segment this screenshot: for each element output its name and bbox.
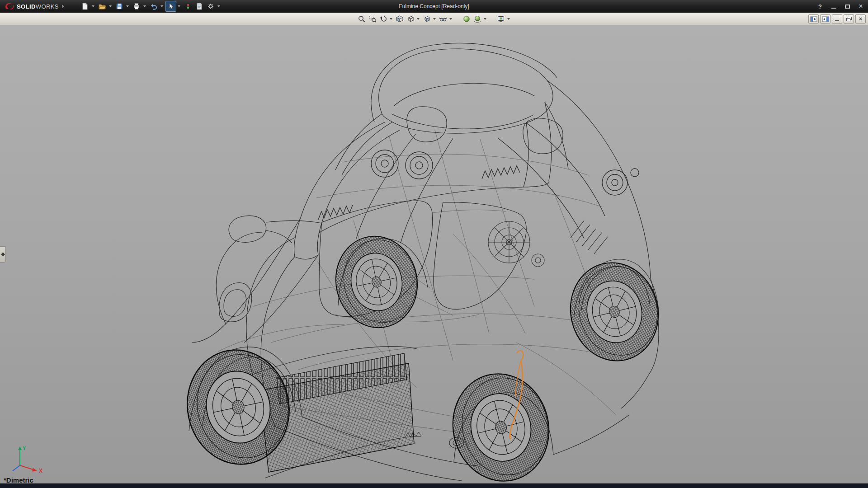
- hide-show-items-button[interactable]: [438, 14, 448, 24]
- apply-scene-icon: [473, 15, 481, 23]
- save-icon: [115, 2, 123, 10]
- options-gear-icon: [207, 2, 215, 10]
- display-style-icon: [423, 15, 431, 23]
- pane-next-icon: [822, 16, 829, 22]
- dropdown-chevron-icon[interactable]: [390, 18, 392, 20]
- dropdown-chevron-icon[interactable]: [433, 18, 436, 20]
- zoom-to-fit-button[interactable]: [357, 14, 367, 24]
- previous-view-button[interactable]: [378, 14, 388, 24]
- wireframe-car-model: [0, 25, 868, 483]
- document-restore-icon: [846, 16, 852, 22]
- menu-expand-icon[interactable]: [62, 5, 64, 8]
- pane-previous-button[interactable]: [808, 14, 819, 23]
- previous-view-icon: [379, 15, 387, 23]
- edit-appearance-button[interactable]: [462, 14, 472, 24]
- document-minimize-button[interactable]: [832, 14, 842, 23]
- quick-access-toolbar: [80, 1, 222, 12]
- brand-light: WORKS: [36, 3, 59, 10]
- document-close-icon: ×: [859, 16, 862, 22]
- dropdown-chevron-icon[interactable]: [217, 5, 220, 7]
- section-view-button[interactable]: [395, 14, 405, 24]
- print-button[interactable]: [131, 1, 142, 12]
- brand-text: SOLIDWORKS: [17, 3, 59, 10]
- pane-previous-icon: [810, 16, 817, 22]
- document-close-button[interactable]: ×: [855, 14, 866, 23]
- heads-up-toolbar-group: [357, 14, 511, 24]
- select-button[interactable]: [165, 1, 176, 12]
- view-settings-button[interactable]: [496, 14, 506, 24]
- help-label: ?: [818, 3, 822, 10]
- flyout-left-arrow-icon: [1, 253, 3, 256]
- zoom-to-area-button[interactable]: [368, 14, 377, 24]
- dropdown-chevron-icon[interactable]: [178, 5, 180, 7]
- hide-show-items-eyeglasses-icon: [439, 15, 447, 23]
- triad-x-label: X: [39, 468, 42, 474]
- close-button[interactable]: ×: [857, 2, 864, 11]
- window-controls: ? ×: [816, 0, 864, 13]
- close-icon: ×: [859, 2, 863, 10]
- solidworks-logo-icon: [5, 2, 14, 10]
- wheel-front-right: [327, 229, 426, 335]
- car-drivetrain: [488, 221, 544, 267]
- title-bar: SOLIDWORKS: [0, 0, 868, 13]
- zoom-to-area-icon: [368, 15, 377, 23]
- pane-next-button[interactable]: [820, 14, 830, 23]
- dropdown-chevron-icon[interactable]: [143, 5, 146, 7]
- print-icon: [132, 2, 141, 10]
- dropdown-chevron-icon[interactable]: [449, 18, 452, 20]
- document-minimize-icon: [835, 20, 839, 21]
- triad-y-label: Y: [23, 446, 26, 451]
- triad-y-axis-icon: [18, 446, 22, 450]
- undo-icon: [150, 2, 158, 10]
- brand-bold: SOLID: [17, 3, 36, 10]
- select-cursor-icon: [167, 2, 175, 10]
- document-window-controls: ×: [808, 14, 866, 23]
- edit-appearance-ball-icon: [462, 15, 471, 23]
- flyout-right-arrow-icon: [3, 253, 5, 256]
- open-button[interactable]: [97, 1, 108, 12]
- section-view-icon: [396, 15, 404, 23]
- solidworks-logo: SOLIDWORKS: [0, 2, 68, 10]
- view-orientation-label: *Dimetric: [4, 476, 33, 484]
- taskbar-edge-strip: [0, 483, 868, 488]
- new-document-button[interactable]: [80, 1, 90, 12]
- view-orientation-icon: [406, 15, 415, 23]
- rebuild-button[interactable]: [183, 1, 193, 12]
- apply-scene-button[interactable]: [472, 14, 482, 24]
- graphics-viewport[interactable]: X Y *Dimetric: [0, 25, 868, 483]
- zoom-to-fit-icon: [358, 15, 366, 23]
- help-button[interactable]: ?: [816, 2, 824, 11]
- options-button[interactable]: [205, 1, 216, 12]
- document-restore-button[interactable]: [844, 14, 854, 23]
- open-icon: [98, 2, 106, 10]
- triad-z-axis-icon: [13, 465, 20, 471]
- dropdown-chevron-icon[interactable]: [507, 18, 510, 20]
- rebuild-traffic-light-icon: [184, 2, 192, 10]
- wheel-rear-right: [560, 253, 669, 371]
- save-button[interactable]: [114, 1, 125, 12]
- view-orientation-button[interactable]: [406, 14, 415, 24]
- file-properties-button[interactable]: [194, 1, 205, 12]
- undo-button[interactable]: [148, 1, 159, 12]
- featuremanager-flyout-handle[interactable]: [0, 246, 6, 263]
- wheel-rear-left: [442, 364, 560, 483]
- minimize-button[interactable]: [830, 2, 837, 11]
- maximize-icon: [845, 5, 850, 9]
- heads-up-view-toolbar: ×: [0, 13, 868, 25]
- display-style-button[interactable]: [422, 14, 432, 24]
- dropdown-chevron-icon[interactable]: [126, 5, 129, 7]
- new-document-icon: [81, 2, 89, 10]
- minimize-icon: [831, 8, 836, 9]
- dropdown-chevron-icon[interactable]: [109, 5, 112, 7]
- maximize-button[interactable]: [844, 2, 851, 11]
- dropdown-chevron-icon[interactable]: [484, 18, 486, 20]
- view-settings-icon: [497, 15, 505, 23]
- dropdown-chevron-icon[interactable]: [160, 5, 163, 7]
- dropdown-chevron-icon[interactable]: [92, 5, 94, 7]
- reference-triad[interactable]: X Y: [8, 445, 47, 474]
- car-headlights: [371, 150, 639, 195]
- file-properties-icon: [195, 2, 203, 10]
- dropdown-chevron-icon[interactable]: [417, 18, 420, 20]
- triad-x-axis-icon: [32, 468, 37, 472]
